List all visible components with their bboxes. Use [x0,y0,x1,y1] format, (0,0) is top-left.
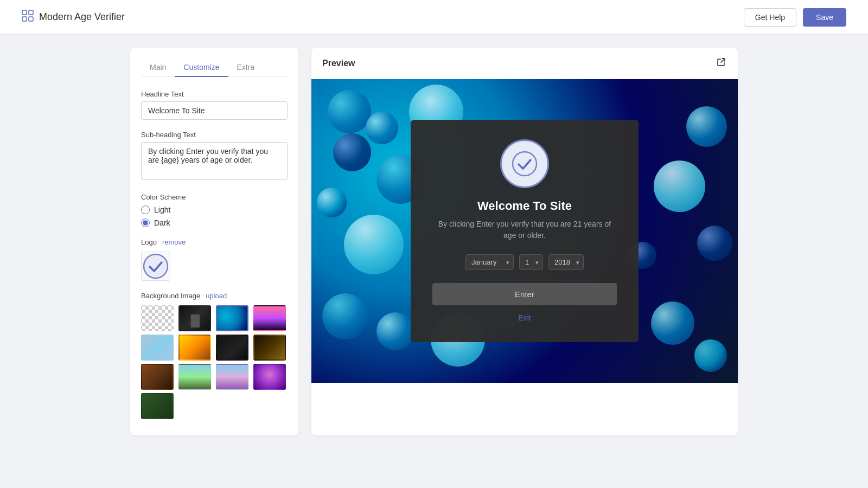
bg-thumb-lavender[interactable] [216,364,248,390]
logo-label: Logo [141,238,157,246]
save-button[interactable]: Save [803,8,846,27]
app-icon [22,10,34,25]
year-select-wrapper: 2018 2019 2020 [548,254,584,270]
bg-thumb-silk[interactable] [141,335,174,361]
logo-preview [141,252,170,281]
tab-main[interactable]: Main [141,59,175,77]
color-scheme-label: Color Scheme [141,193,288,201]
modal-overlay: Welcome To Site By clicking Enter you ve… [411,120,639,342]
tab-customize[interactable]: Customize [175,59,228,77]
bg-thumb-golden[interactable] [178,335,211,361]
topbar: Modern Age Verifier Get Help Save [0,0,868,35]
svg-rect-1 [29,10,33,15]
year-select[interactable]: 2018 2019 2020 [548,254,584,270]
color-dark-label: Dark [154,219,170,227]
app-title: Modern Age Verifier [39,11,125,23]
bg-thumb-road[interactable] [178,364,211,390]
bg-header: Background Image upload [141,292,288,300]
day-select[interactable]: 1 2 3 [519,254,543,270]
svg-rect-3 [29,17,33,21]
subheading-input[interactable]: By clicking Enter you verify that you ar… [141,142,288,180]
help-button[interactable]: Get Help [744,8,796,27]
modal-subheading: By clicking Enter you verify that you ar… [432,219,617,241]
bg-thumb-dark-gold[interactable] [253,335,286,361]
date-row: January February March 1 2 3 [432,254,617,270]
bg-thumb-dark-building[interactable] [178,305,211,331]
preview-title: Preview [322,59,355,68]
external-link-icon[interactable] [716,56,727,70]
bg-label: Background Image [141,292,200,300]
svg-rect-2 [22,17,27,21]
right-panel: Preview [311,48,738,435]
tabs: Main Customize Extra [141,59,288,77]
left-panel: Main Customize Extra Headline Text Sub-h… [130,48,298,435]
logo-section: Logo remove [141,238,288,281]
modal-headline: Welcome To Site [432,199,617,213]
main-content: Main Customize Extra Headline Text Sub-h… [108,35,760,448]
bg-thumb-checkered[interactable] [141,305,174,331]
color-light-option[interactable]: Light [141,206,288,214]
logo-check-icon [142,253,169,280]
preview-header: Preview [311,48,738,79]
bg-thumb-bottles[interactable] [141,364,174,390]
bg-grid [141,305,288,419]
bg-thumb-cannabis-purple[interactable] [253,364,286,390]
color-dark-radio[interactable] [141,219,150,227]
bg-thumb-blue-bubbles[interactable] [216,305,248,331]
modal-logo [500,139,549,188]
bg-thumb-dark-figure[interactable] [216,335,248,361]
day-select-wrapper: 1 2 3 [519,254,543,270]
subheading-label: Sub-heading Text [141,131,288,139]
color-scheme-section: Color Scheme Light Dark [141,193,288,227]
tab-extra[interactable]: Extra [228,59,264,77]
headline-label: Headline Text [141,90,288,98]
topbar-left: Modern Age Verifier [22,10,125,25]
month-select-wrapper: January February March [465,254,514,270]
svg-rect-0 [22,10,27,15]
color-radio-group: Light Dark [141,206,288,227]
bg-thumb-cannabis-green[interactable] [141,393,174,419]
color-light-radio[interactable] [141,206,150,214]
color-light-label: Light [154,206,170,214]
headline-input[interactable] [141,101,288,120]
exit-link[interactable]: Exit [518,313,531,322]
bg-section: Background Image upload [141,292,288,419]
svg-point-4 [144,254,168,278]
logo-remove-link[interactable]: remove [162,238,186,246]
enter-button[interactable]: Enter [432,283,617,305]
month-select[interactable]: January February March [465,254,514,270]
bg-thumb-purple-sunset[interactable] [253,305,286,331]
modal-check-icon [511,150,538,177]
topbar-right: Get Help Save [744,8,846,27]
svg-point-5 [513,152,537,176]
bg-upload-link[interactable]: upload [206,292,227,300]
logo-header: Logo remove [141,238,288,246]
preview-area: Welcome To Site By clicking Enter you ve… [311,79,738,383]
color-dark-option[interactable]: Dark [141,219,288,227]
